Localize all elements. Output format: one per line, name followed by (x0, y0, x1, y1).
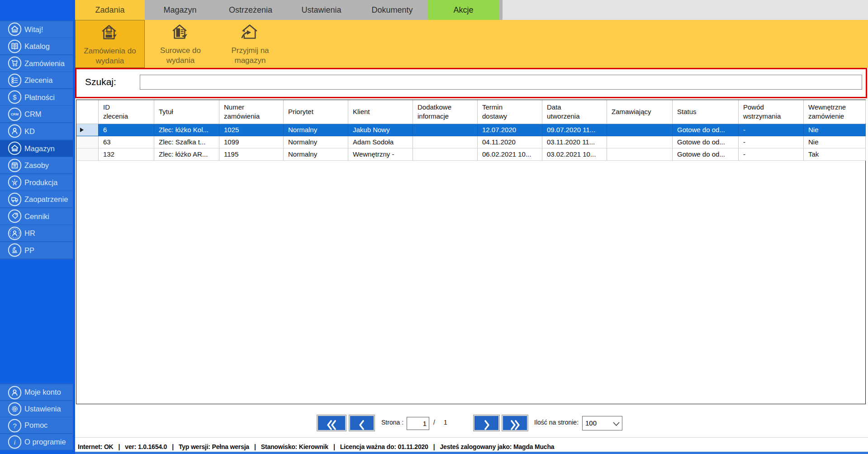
svg-text:i: i (14, 439, 15, 446)
svg-text:$: $ (13, 93, 17, 101)
svg-text:?: ? (13, 422, 17, 430)
svg-text:CRM: CRM (11, 112, 19, 116)
